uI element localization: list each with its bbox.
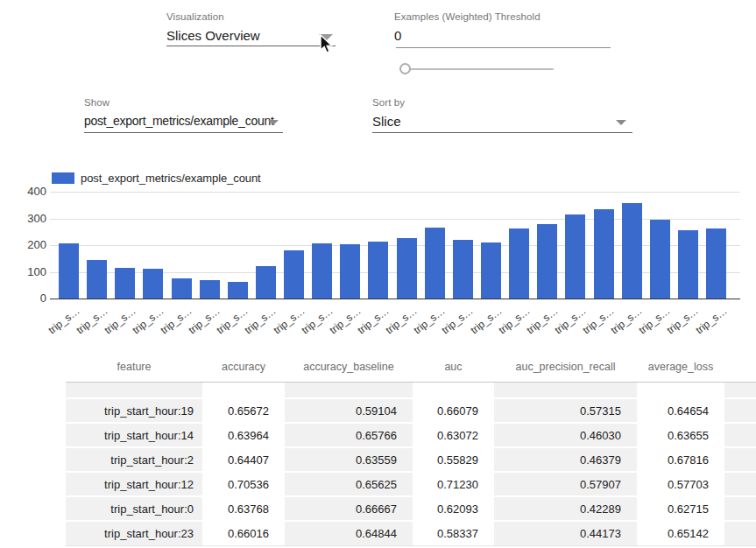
table-row[interactable]: trip_start_hour:20.644070.635590.558290.… [66, 447, 756, 472]
metric-cell: 0.64407 [202, 447, 285, 472]
bar[interactable] [622, 203, 642, 299]
bar[interactable] [368, 242, 388, 299]
bar[interactable] [59, 243, 79, 299]
metric-cell: 0.46030 [494, 423, 637, 447]
x-axis-labels: trip_s…trip_s…trip_s…trip_s…trip_s…trip_… [50, 302, 740, 341]
legend-swatch [52, 172, 74, 184]
table-filter-row [66, 382, 756, 398]
bar[interactable] [481, 242, 501, 299]
table-header-row: featureaccuracyaccuracy_baselineaucauc_p… [66, 352, 756, 382]
table-row[interactable]: trip_start_hour:190.656720.591040.660790… [66, 398, 756, 423]
metric-cell: 0.66016 [202, 521, 285, 545]
feature-cell: trip_start_hour:23 [66, 521, 202, 545]
show-underline [84, 132, 283, 133]
mouse-cursor-icon [319, 34, 335, 55]
show-dropdown-arrow-icon[interactable] [268, 120, 279, 125]
bar[interactable] [706, 228, 726, 299]
metric-cell: 0.63964 [202, 423, 285, 447]
metric-cell: 0.70536 [202, 472, 285, 496]
show-select[interactable]: Show post_export_metrics/example_count [84, 97, 274, 128]
metric-cell [724, 398, 756, 423]
examples-threshold-label: Examples (Weighted) Threshold [394, 11, 541, 22]
bar[interactable] [397, 238, 417, 299]
show-value: post_export_metrics/example_count [84, 114, 274, 128]
gridline [50, 192, 740, 193]
bar[interactable] [143, 269, 163, 299]
bar[interactable] [425, 228, 445, 299]
column-header[interactable]: auc_precision_recall [494, 352, 637, 382]
metric-cell: 0.66667 [285, 496, 413, 521]
column-header[interactable]: auc [413, 352, 494, 382]
column-header[interactable]: average_loss [637, 352, 724, 382]
bar[interactable] [537, 224, 557, 299]
bar[interactable] [565, 214, 585, 299]
bar[interactable] [509, 228, 529, 299]
feature-cell: trip_start_hour:14 [66, 423, 202, 447]
metric-cell: 0.71230 [413, 472, 494, 496]
metric-cell: 0.57315 [494, 398, 637, 423]
visualization-label: Visualization [166, 11, 260, 22]
sort-by-value: Slice [372, 114, 405, 129]
bar[interactable] [594, 209, 614, 299]
column-header[interactable]: accuracy_baseline [285, 352, 413, 382]
filter-cell [202, 382, 285, 398]
metric-cell: 0.46379 [494, 447, 637, 472]
table-row[interactable]: trip_start_hour:120.705360.656250.712300… [66, 472, 756, 496]
sort-by-label: Sort by [372, 97, 405, 108]
table-row[interactable]: trip_start_hour:140.639640.657660.630720… [66, 423, 756, 447]
threshold-slider-thumb[interactable] [399, 63, 411, 74]
metric-cell: 0.59104 [285, 398, 413, 423]
filter-cell [285, 382, 413, 398]
metric-cell: 0.57907 [494, 472, 637, 496]
metric-cell: 0.63072 [413, 423, 494, 447]
legend-label: post_export_metrics/example_count [81, 172, 261, 185]
bar[interactable] [87, 260, 107, 299]
bar[interactable] [256, 266, 276, 299]
bar[interactable] [340, 244, 360, 299]
feature-cell: trip_start_hour:0 [66, 496, 202, 521]
metric-cell: 0.65625 [285, 472, 413, 496]
visualization-select[interactable]: Visualization Slices Overview [166, 11, 260, 43]
bar[interactable] [650, 220, 670, 299]
bar[interactable] [453, 240, 473, 299]
bar[interactable] [284, 250, 304, 299]
bar[interactable] [200, 280, 220, 299]
filter-cell [66, 382, 202, 398]
column-header[interactable]: feature [66, 352, 202, 382]
y-tick-label: 100 [0, 265, 46, 278]
metric-cell: 0.62093 [413, 496, 494, 521]
metric-cell: 0.65766 [285, 423, 413, 447]
column-header[interactable] [724, 352, 756, 382]
y-tick-label: 400 [0, 185, 46, 198]
metric-cell: 0.55829 [413, 447, 494, 472]
bar[interactable] [115, 268, 135, 299]
sort-by-select[interactable]: Sort by Slice [372, 97, 405, 129]
examples-threshold-value: 0 [394, 28, 541, 43]
bar[interactable] [312, 243, 332, 299]
feature-cell: trip_start_hour:19 [66, 398, 202, 423]
table-row[interactable]: trip_start_hour:00.637680.666670.620930.… [66, 496, 756, 521]
bar[interactable] [172, 278, 192, 299]
bar[interactable] [228, 282, 248, 299]
bar[interactable] [678, 230, 698, 299]
metric-cell [724, 447, 756, 472]
metric-cell: 0.63655 [637, 423, 724, 447]
chart-plot [50, 192, 740, 299]
y-tick-label: 0 [0, 292, 46, 305]
examples-threshold-field[interactable]: Examples (Weighted) Threshold 0 [394, 11, 541, 43]
metric-cell: 0.58337 [413, 521, 494, 545]
metric-cell [724, 472, 756, 496]
metric-cell: 0.63559 [285, 447, 413, 472]
feature-cell: trip_start_hour:2 [66, 447, 202, 472]
metric-cell [724, 423, 756, 447]
feature-cell: trip_start_hour:12 [66, 472, 202, 496]
metric-cell: 0.65672 [202, 398, 285, 423]
metric-cell: 0.62715 [637, 496, 724, 521]
sort-by-dropdown-arrow-icon[interactable] [616, 120, 626, 125]
threshold-slider-track[interactable] [399, 68, 554, 70]
table-row[interactable]: trip_start_hour:230.660160.648440.583370… [66, 521, 756, 545]
column-header[interactable]: accuracy [202, 352, 285, 382]
metric-cell: 0.67816 [637, 447, 724, 472]
metric-cell: 0.65142 [637, 521, 724, 545]
metric-cell: 0.64844 [285, 521, 413, 545]
